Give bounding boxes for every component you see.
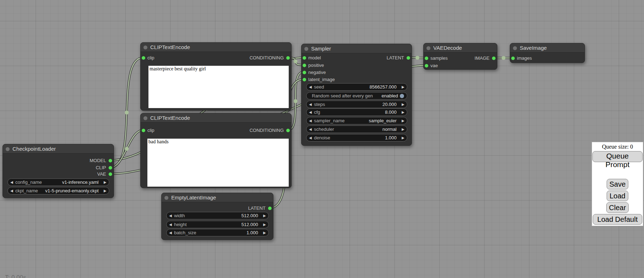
widget-label: height — [174, 222, 187, 227]
clear-button[interactable]: Clear — [606, 202, 629, 213]
output-port-LATENT[interactable] — [268, 207, 272, 210]
decrement-arrow-icon[interactable]: ◀ — [309, 134, 313, 141]
increment-arrow-icon[interactable]: ▶ — [400, 83, 404, 91]
widget-denoise[interactable]: ◀denoise1.000▶ — [306, 134, 407, 141]
node-empty-latent-image[interactable]: EmptyLatentImageLATENT◀width512.000▶◀hei… — [161, 193, 273, 240]
node-titlebar[interactable]: CLIPTextEncode — [141, 43, 291, 52]
widget-height[interactable]: ◀height512.000▶ — [166, 221, 269, 228]
increment-arrow-icon[interactable]: ▶ — [400, 108, 404, 116]
node-titlebar[interactable]: EmptyLatentImage — [162, 193, 273, 202]
widget-width[interactable]: ◀width512.000▶ — [166, 212, 269, 219]
output-port-VAE[interactable] — [109, 172, 112, 176]
input-port-negative[interactable] — [303, 71, 306, 74]
node-titlebar[interactable]: SaveImage — [510, 43, 585, 53]
node-vae-decode[interactable]: VAEDecodesamplesvaeIMAGE — [423, 43, 497, 70]
input-port-clip[interactable] — [142, 56, 145, 60]
input-port-model[interactable] — [303, 56, 306, 60]
widget-label: ckpt_name — [15, 188, 38, 193]
node-title: Sampler — [311, 44, 331, 53]
comfyui-canvas[interactable]: CheckpointLoaderMODELCLIPVAE◀config_name… — [0, 0, 644, 278]
decrement-arrow-icon[interactable]: ◀ — [10, 178, 15, 186]
node-titlebar[interactable]: CLIPTextEncode — [141, 113, 291, 123]
output-port-IMAGE[interactable] — [492, 57, 496, 60]
input-port-label: latent_image — [308, 77, 335, 82]
node-titlebar[interactable]: CheckpointLoader — [3, 144, 114, 154]
decrement-arrow-icon[interactable]: ◀ — [169, 229, 173, 236]
widget-seed[interactable]: ◀seed8566257.000▶ — [306, 83, 407, 91]
input-port-positive[interactable] — [303, 64, 306, 67]
output-port-label: CONDITIONING — [250, 128, 284, 133]
output-port-CONDITIONING[interactable] — [286, 56, 290, 60]
widget-batch_size[interactable]: ◀batch_size1.000▶ — [166, 229, 269, 236]
widget-label: config_name — [15, 180, 42, 185]
output-port-CLIP[interactable] — [109, 166, 112, 170]
comfy-menu-panel[interactable]: Queue size: 0 Queue Prompt Save Load Cle… — [592, 142, 643, 226]
widget-ckpt_name[interactable]: ◀ckpt_namev1-5-pruned-emaonly.ckpt▶ — [7, 187, 109, 194]
widget-steps[interactable]: ◀steps20.000▶ — [306, 101, 407, 108]
save-button[interactable]: Save — [607, 179, 629, 189]
input-port-images[interactable] — [511, 57, 515, 60]
node-clip-text-encode-positive[interactable]: CLIPTextEncodeclipCONDITIONINGmasterpiec… — [140, 42, 292, 111]
widget-scheduler[interactable]: ◀schedulernormal▶ — [306, 125, 407, 133]
widget-value: 1.000 — [246, 230, 258, 235]
node-title: SaveImage — [520, 43, 547, 52]
widget-random-seed-after-every-gen[interactable]: Random seed after every genenabled — [306, 92, 407, 100]
collapse-dot-icon[interactable] — [304, 47, 308, 51]
collapse-dot-icon[interactable] — [513, 46, 517, 50]
collapse-dot-icon[interactable] — [6, 147, 10, 151]
input-port-vae[interactable] — [425, 64, 428, 68]
increment-arrow-icon[interactable]: ▶ — [400, 101, 404, 108]
widget-cfg[interactable]: ◀cfg8.000▶ — [306, 108, 407, 116]
widget-label: Random seed after every gen — [312, 93, 373, 98]
widget-config_name[interactable]: ◀config_namev1-inference.yaml▶ — [7, 178, 109, 186]
decrement-arrow-icon[interactable]: ◀ — [169, 212, 173, 219]
decrement-arrow-icon[interactable]: ◀ — [309, 117, 313, 124]
decrement-arrow-icon[interactable]: ◀ — [10, 187, 15, 194]
node-titlebar[interactable]: VAEDecode — [424, 43, 497, 53]
decrement-arrow-icon[interactable]: ◀ — [309, 108, 313, 116]
decrement-arrow-icon[interactable]: ◀ — [309, 125, 313, 133]
output-port-LATENT[interactable] — [407, 56, 410, 60]
widget-value: enabled — [382, 93, 398, 98]
increment-arrow-icon[interactable]: ▶ — [102, 178, 106, 186]
link-midpoint-dot — [294, 59, 298, 63]
collapse-dot-icon[interactable] — [143, 46, 147, 49]
widget-label: scheduler — [314, 127, 334, 132]
input-port-samples[interactable] — [425, 57, 428, 60]
prompt-textarea[interactable]: masterpiece best quality girl — [148, 66, 289, 108]
increment-arrow-icon[interactable]: ▶ — [400, 134, 404, 141]
load-default-button[interactable]: Load Default — [593, 214, 642, 225]
node-title: CLIPTextEncode — [150, 113, 190, 122]
queue-prompt-button[interactable]: Queue Prompt — [592, 151, 643, 162]
node-titlebar[interactable]: Sampler — [302, 44, 412, 53]
node-clip-text-encode-negative[interactable]: CLIPTextEncodeclipCONDITIONINGbad hands — [140, 113, 292, 188]
toggle-dot-icon[interactable] — [400, 94, 404, 98]
widget-sampler_name[interactable]: ◀sampler_namesample_euler▶ — [306, 117, 407, 124]
collapse-dot-icon[interactable] — [143, 116, 147, 120]
collapse-dot-icon[interactable] — [164, 196, 168, 200]
decrement-arrow-icon[interactable]: ◀ — [309, 83, 313, 91]
node-checkpoint-loader[interactable]: CheckpointLoaderMODELCLIPVAE◀config_name… — [2, 144, 114, 198]
output-port-label: CONDITIONING — [250, 55, 284, 61]
node-save-image[interactable]: SaveImageimages — [510, 43, 585, 63]
input-port-label: clip — [147, 55, 155, 61]
link-midpoint-dot — [502, 56, 506, 60]
decrement-arrow-icon[interactable]: ◀ — [169, 221, 173, 228]
increment-arrow-icon[interactable]: ▶ — [262, 212, 266, 219]
output-port-MODEL[interactable] — [109, 159, 112, 162]
input-port-latent_image[interactable] — [303, 78, 306, 81]
collapse-dot-icon[interactable] — [426, 46, 430, 50]
increment-arrow-icon[interactable]: ▶ — [102, 187, 106, 194]
node-sampler[interactable]: Samplermodelpositivenegativelatent_image… — [301, 44, 412, 146]
increment-arrow-icon[interactable]: ▶ — [400, 117, 404, 124]
output-port-label: CLIP — [96, 165, 106, 171]
increment-arrow-icon[interactable]: ▶ — [262, 221, 266, 228]
load-button[interactable]: Load — [607, 191, 628, 201]
output-port-CONDITIONING[interactable] — [286, 129, 290, 132]
input-port-clip[interactable] — [142, 129, 145, 132]
widget-value: 8.000 — [385, 109, 397, 115]
increment-arrow-icon[interactable]: ▶ — [400, 125, 404, 133]
prompt-textarea[interactable]: bad hands — [147, 139, 289, 187]
increment-arrow-icon[interactable]: ▶ — [262, 229, 266, 236]
decrement-arrow-icon[interactable]: ◀ — [309, 101, 313, 108]
